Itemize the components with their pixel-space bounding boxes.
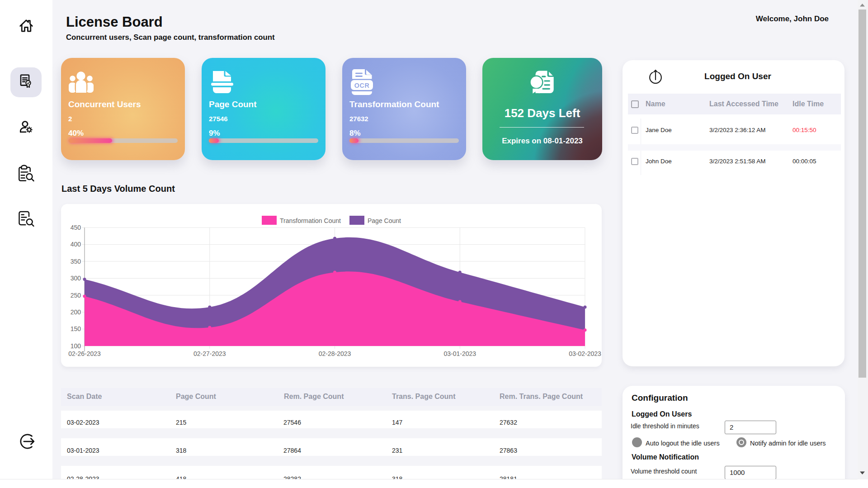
svg-text:Transformation Count: Transformation Count bbox=[280, 217, 341, 224]
svg-text:03-01-2023: 03-01-2023 bbox=[443, 350, 476, 357]
svg-text:300: 300 bbox=[71, 275, 81, 282]
svg-text:02-26-2023: 02-26-2023 bbox=[68, 350, 101, 357]
svg-text:03-02-2023: 03-02-2023 bbox=[569, 350, 601, 357]
svg-text:400: 400 bbox=[71, 241, 81, 248]
svg-text:350: 350 bbox=[71, 258, 81, 265]
svg-text:450: 450 bbox=[71, 224, 81, 231]
svg-text:250: 250 bbox=[71, 292, 81, 299]
svg-text:150: 150 bbox=[71, 325, 81, 332]
svg-text:02-27-2023: 02-27-2023 bbox=[193, 350, 226, 357]
svg-text:02-28-2023: 02-28-2023 bbox=[319, 350, 351, 357]
svg-text:200: 200 bbox=[71, 308, 81, 316]
svg-text:100: 100 bbox=[71, 342, 81, 350]
svg-text:Page Count: Page Count bbox=[368, 217, 401, 224]
